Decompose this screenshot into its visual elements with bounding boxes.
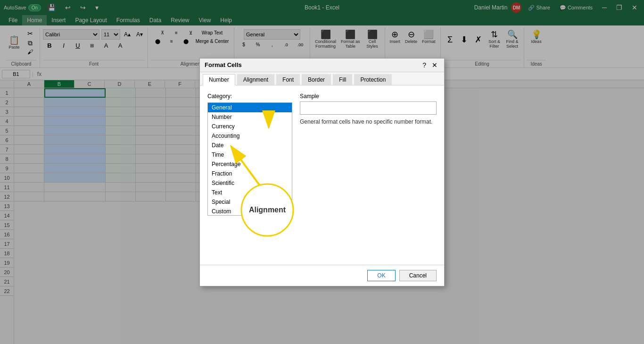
dialog-tabs: Number Alignment Font Border Fill Protec… bbox=[200, 72, 444, 85]
dialog-close-button[interactable]: ✕ bbox=[430, 61, 439, 69]
cat-item-date[interactable]: Date bbox=[208, 141, 292, 150]
cat-item-currency[interactable]: Currency bbox=[208, 122, 292, 131]
dialog-title-actions: ? ✕ bbox=[421, 61, 439, 69]
cat-item-special[interactable]: Special bbox=[208, 197, 292, 207]
dialog-titlebar: Format Cells ? ✕ bbox=[200, 59, 444, 72]
dialog-tab-fill[interactable]: Fill bbox=[333, 74, 352, 85]
sample-box bbox=[300, 101, 437, 115]
dialog-body: Category: General Number Currency Accoun… bbox=[200, 85, 444, 265]
cat-item-number[interactable]: Number bbox=[208, 112, 292, 122]
category-section: Category: General Number Currency Accoun… bbox=[207, 93, 292, 216]
category-list[interactable]: General Number Currency Accounting Date … bbox=[207, 102, 292, 216]
category-label: Category: bbox=[207, 93, 292, 100]
dialog-tab-border[interactable]: Border bbox=[302, 74, 331, 85]
cat-item-custom[interactable]: Custom bbox=[208, 207, 292, 216]
cat-item-percentage[interactable]: Percentage bbox=[208, 159, 292, 169]
dialog-cancel-button[interactable]: Cancel bbox=[399, 270, 437, 281]
cat-item-text[interactable]: Text bbox=[208, 188, 292, 197]
cat-item-time[interactable]: Time bbox=[208, 150, 292, 159]
dialog-footer: OK Cancel bbox=[200, 265, 444, 286]
dialog-tab-protection[interactable]: Protection bbox=[354, 74, 392, 85]
dialog-tab-number[interactable]: Number bbox=[203, 74, 235, 85]
dialog-help-button[interactable]: ? bbox=[421, 61, 428, 69]
dialog-tab-font[interactable]: Font bbox=[276, 74, 300, 85]
dialog-ok-button[interactable]: OK bbox=[367, 270, 395, 281]
cat-item-general[interactable]: General bbox=[208, 103, 292, 112]
dialog-title: Format Cells bbox=[205, 61, 242, 68]
cat-item-fraction[interactable]: Fraction bbox=[208, 169, 292, 178]
sample-label: Sample bbox=[300, 93, 437, 100]
cat-item-scientific[interactable]: Scientific bbox=[208, 178, 292, 188]
dialog-content-row: Category: General Number Currency Accoun… bbox=[207, 93, 437, 216]
modal-overlay: Format Cells ? ✕ Number Alignment Font B… bbox=[0, 0, 644, 344]
format-cells-dialog: Format Cells ? ✕ Number Alignment Font B… bbox=[199, 58, 445, 286]
sample-section: Sample General format cells have no spec… bbox=[292, 93, 437, 216]
format-description: General format cells have no specific nu… bbox=[300, 118, 437, 125]
dialog-tab-alignment[interactable]: Alignment bbox=[237, 74, 274, 85]
cat-item-accounting[interactable]: Accounting bbox=[208, 131, 292, 141]
